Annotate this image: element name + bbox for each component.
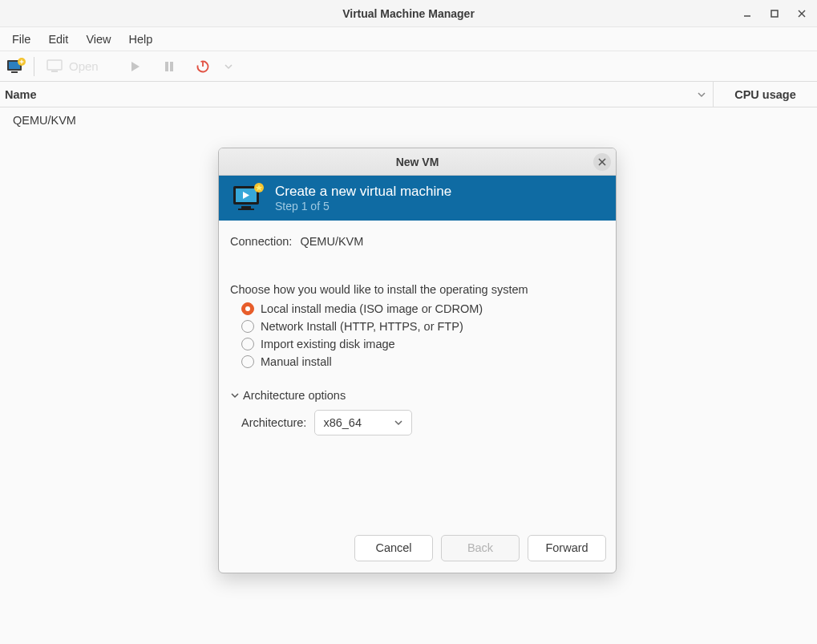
pause-icon: [163, 60, 176, 73]
run-button: [124, 55, 147, 78]
radio-manual-install[interactable]: Manual install: [241, 355, 605, 368]
radio-label: Import existing disk image: [261, 338, 395, 350]
main-titlebar: Virtual Machine Manager: [0, 0, 817, 27]
shutdown-button[interactable]: [192, 55, 214, 78]
radio-label: Network Install (HTTP, HTTPS, or FTP): [261, 320, 463, 333]
radio-label: Manual install: [261, 355, 332, 368]
banner-title: Create a new virtual machine: [275, 183, 451, 200]
svg-rect-6: [11, 71, 18, 73]
toolbar-separator: [34, 57, 34, 76]
cancel-button[interactable]: Cancel: [354, 535, 433, 561]
close-icon: [598, 158, 606, 166]
architecture-label: Architecture:: [241, 416, 306, 429]
dialog-close-button[interactable]: [593, 153, 611, 171]
architecture-header-label: Architecture options: [243, 389, 346, 402]
play-icon: [129, 60, 142, 73]
toolbar: Open: [0, 51, 817, 82]
maximize-button[interactable]: [764, 3, 785, 24]
dialog-banner: Create a new virtual machine Step 1 of 5: [219, 176, 616, 221]
svg-rect-10: [47, 60, 62, 70]
close-button[interactable]: [791, 3, 812, 24]
architecture-expander[interactable]: Architecture options: [230, 389, 605, 402]
column-cpu[interactable]: CPU usage: [713, 82, 817, 107]
banner-text: Create a new virtual machine Step 1 of 5: [275, 183, 451, 214]
radio-indicator: [241, 302, 254, 315]
dialog-title: New VM: [396, 156, 439, 168]
connection-row[interactable]: QEMU/KVM: [0, 111, 817, 130]
chevron-down-icon: [230, 391, 240, 400]
radio-indicator: [241, 320, 254, 333]
minimize-button[interactable]: [737, 3, 758, 24]
banner-step: Step 1 of 5: [275, 200, 451, 214]
menu-edit[interactable]: Edit: [39, 30, 77, 49]
menu-file[interactable]: File: [3, 30, 39, 49]
radio-indicator: [241, 338, 254, 350]
install-method-options: Local install media (ISO image or CDROM)…: [230, 302, 605, 368]
window-controls: [737, 0, 812, 27]
radio-indicator: [241, 355, 254, 368]
banner-vm-icon: [230, 182, 265, 214]
forward-label: Forward: [545, 541, 588, 554]
dialog-body: Connection: QEMU/KVM Choose how you woul…: [219, 221, 616, 531]
open-vm-button: Open: [41, 56, 103, 77]
svg-rect-22: [241, 206, 251, 209]
column-name[interactable]: Name: [0, 82, 690, 107]
open-label: Open: [69, 59, 99, 73]
back-label: Back: [467, 541, 493, 554]
architecture-value: x86_64: [323, 416, 362, 429]
connection-value: QEMU/KVM: [300, 235, 363, 248]
forward-button[interactable]: Forward: [528, 535, 606, 561]
chevron-down-icon: [224, 62, 233, 71]
power-icon: [196, 59, 210, 74]
svg-marker-12: [131, 62, 140, 71]
svg-rect-1: [771, 10, 778, 17]
architecture-row: Architecture: x86_64: [230, 410, 605, 435]
dialog-button-row: Cancel Back Forward: [219, 531, 616, 573]
main-window-title: Virtual Machine Manager: [342, 7, 475, 20]
new-vm-button[interactable]: [5, 55, 27, 78]
radio-network-install[interactable]: Network Install (HTTP, HTTPS, or FTP): [241, 320, 605, 333]
menubar: File Edit View Help: [0, 27, 817, 51]
svg-rect-14: [170, 62, 173, 71]
back-button: Back: [441, 535, 520, 561]
monitor-icon: [46, 59, 65, 75]
connection-label: Connection:: [230, 235, 292, 248]
column-cpu-label: CPU usage: [734, 88, 796, 101]
pause-button: [158, 55, 180, 78]
connection-field: Connection: QEMU/KVM: [230, 235, 605, 248]
new-vm-dialog: New VM Create a new virtual machine Step…: [218, 148, 617, 573]
cancel-label: Cancel: [375, 541, 411, 554]
column-headers: Name CPU usage: [0, 82, 817, 107]
chevron-down-icon: [697, 90, 706, 99]
architecture-select[interactable]: x86_64: [314, 410, 412, 435]
install-method-prompt: Choose how you would like to install the…: [230, 283, 605, 296]
column-name-label: Name: [5, 88, 37, 101]
radio-local-install[interactable]: Local install media (ISO image or CDROM): [241, 302, 605, 315]
connection-list: QEMU/KVM: [0, 107, 817, 133]
svg-rect-13: [165, 62, 168, 71]
radio-import-disk[interactable]: Import existing disk image: [241, 338, 605, 350]
dialog-titlebar: New VM: [219, 148, 616, 176]
menu-view[interactable]: View: [77, 30, 119, 49]
menu-help[interactable]: Help: [120, 30, 162, 49]
svg-rect-11: [51, 71, 58, 72]
radio-label: Local install media (ISO image or CDROM): [261, 302, 483, 315]
connection-name: QEMU/KVM: [13, 114, 76, 127]
svg-rect-23: [238, 209, 254, 210]
column-sort-indicator[interactable]: [690, 82, 713, 107]
chevron-down-icon: [394, 418, 403, 427]
shutdown-menu-button: [217, 55, 240, 78]
